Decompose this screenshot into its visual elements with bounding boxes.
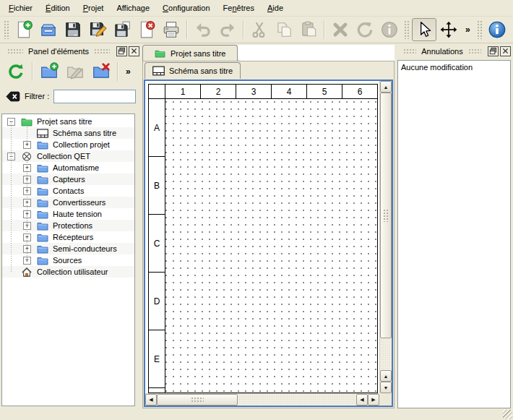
- tab-schema-label: Schéma sans titre: [169, 67, 233, 75]
- diagram-frame: 123456 ABCDE ▲ ▲ ▼ ◀ ◀ ▶: [144, 80, 393, 407]
- vertical-scroll-thumb[interactable]: [380, 93, 392, 338]
- scrollbar-corner: [379, 393, 392, 406]
- tree-item-label: Récepteurs: [53, 233, 93, 241]
- tree-guide-line: [11, 121, 12, 272]
- tree-rows: −Projet sans titreSchéma sans titre+Coll…: [2, 116, 134, 278]
- menu-affichage[interactable]: Affichage: [110, 1, 156, 14]
- float-panel-button[interactable]: [116, 46, 127, 56]
- toolbar-drag-handle[interactable]: [4, 20, 9, 39]
- save-button[interactable]: [61, 18, 85, 41]
- redo-icon: [218, 20, 237, 39]
- close-panel-button[interactable]: [500, 46, 511, 56]
- float-panel-button[interactable]: [488, 46, 499, 56]
- scroll-left-button[interactable]: ◀: [145, 394, 157, 406]
- delete-icon: [331, 20, 350, 39]
- toolbar-drag-handle[interactable]: [477, 20, 483, 39]
- tree-item-recepteurs[interactable]: +Récepteurs: [2, 231, 134, 243]
- horizontal-scrollbar[interactable]: ◀ ◀ ▶: [145, 393, 379, 406]
- tree-item-convertisseurs[interactable]: +Convertisseurs: [2, 197, 134, 208]
- sheet-row-label: B: [149, 157, 165, 215]
- scroll-right-button[interactable]: ▶: [368, 394, 379, 406]
- tree-item-protections[interactable]: +Protections: [2, 220, 134, 231]
- menu-fichier[interactable]: Fichier: [2, 1, 39, 14]
- save-all-button[interactable]: [110, 18, 134, 41]
- toolbar-overflow-button[interactable]: »: [121, 67, 135, 77]
- tree-item-haute-tension[interactable]: +Haute tension: [2, 208, 134, 220]
- diagram-canvas[interactable]: 123456 ABCDE: [145, 81, 379, 393]
- about-button[interactable]: [485, 18, 509, 41]
- close-file-icon: [137, 20, 156, 39]
- tree-item-collection-projet[interactable]: +Collection projet: [2, 139, 134, 150]
- scroll-down-button[interactable]: ▼: [380, 382, 392, 393]
- float-icon: [489, 47, 497, 55]
- reload-collections-button[interactable]: [3, 59, 29, 85]
- tree-item-schema-sans-titre[interactable]: Schéma sans titre: [2, 127, 134, 139]
- sheet-corner-cell: [149, 85, 165, 99]
- close-file-button[interactable]: [134, 18, 159, 41]
- tab-project-label: Projet sans titre: [171, 49, 225, 58]
- clear-filter-icon[interactable]: [6, 91, 20, 102]
- menu-fenetres[interactable]: Fenêtres: [217, 1, 261, 14]
- print-button[interactable]: [159, 18, 184, 41]
- scroll-up-button[interactable]: ▲: [380, 81, 392, 93]
- vertical-scrollbar[interactable]: ▲ ▲ ▼: [379, 81, 392, 393]
- tree-item-label: Contacts: [53, 187, 84, 195]
- toolbar-drag-handle[interactable]: [404, 20, 410, 39]
- tree-item-collection-qet[interactable]: −Collection QET: [2, 150, 134, 162]
- refresh-icon: [7, 62, 25, 81]
- tab-project[interactable]: Projet sans titre: [142, 45, 238, 61]
- pan-mode-button[interactable]: [436, 18, 461, 41]
- blue-folder-icon: [37, 187, 48, 196]
- tree-item-collection-utilisateur[interactable]: Collection utilisateur: [2, 266, 134, 278]
- tree-item-semi-conducteurs[interactable]: +Semi-conducteurs: [2, 243, 134, 254]
- save-as-button[interactable]: [85, 18, 110, 41]
- tree-item-label: Haute tension: [53, 210, 102, 218]
- open-file-button[interactable]: [36, 18, 61, 41]
- menu-projet[interactable]: Projet: [77, 1, 111, 14]
- tree-item-label: Automatisme: [53, 163, 99, 172]
- status-bar: [0, 408, 513, 420]
- select-mode-button[interactable]: [412, 18, 436, 41]
- sheet-column-header: 5: [307, 85, 342, 99]
- tree-item-label: Collection utilisateur: [37, 267, 108, 276]
- toolbar-overflow-button[interactable]: »: [509, 25, 513, 35]
- tree-item-sources[interactable]: +Sources: [2, 254, 134, 266]
- rotate-button: [353, 18, 377, 41]
- dock-drag-texture[interactable]: [7, 48, 23, 54]
- green-folder-icon: [155, 49, 165, 58]
- sheet-column-header: 4: [272, 85, 307, 99]
- tree-item-projet-sans-titre[interactable]: −Projet sans titre: [2, 116, 134, 127]
- new-category-button[interactable]: [36, 59, 62, 85]
- new-file-button[interactable]: [12, 18, 36, 41]
- move-icon: [439, 20, 458, 39]
- qelectrotech-window: FichierÉditionProjetAffichageConfigurati…: [0, 0, 513, 420]
- tab-schema[interactable]: Schéma sans titre: [145, 62, 241, 79]
- resize-grip[interactable]: [503, 410, 512, 419]
- cut-button: [247, 18, 272, 41]
- tree-item-label: Schéma sans titre: [53, 129, 116, 137]
- blue-folder-icon: [37, 163, 48, 173]
- dock-drag-texture[interactable]: [94, 48, 110, 54]
- undo-history-item[interactable]: Aucune modification: [398, 61, 510, 73]
- toolbar-overflow-button[interactable]: »: [461, 25, 475, 35]
- dock-drag-texture[interactable]: [403, 48, 416, 54]
- tree-item-label: Sources: [53, 256, 82, 265]
- sheet-row-label: E: [149, 330, 165, 388]
- close-panel-button[interactable]: [129, 46, 139, 56]
- menu-aide[interactable]: Aide: [261, 1, 290, 14]
- tree-item-contacts[interactable]: +Contacts: [2, 185, 134, 197]
- scroll-left-button-right[interactable]: ◀: [356, 394, 368, 406]
- dock-drag-texture[interactable]: [468, 48, 481, 54]
- copy-button: [272, 18, 296, 41]
- menu-edition[interactable]: Édition: [39, 1, 77, 14]
- tree-item-automatisme[interactable]: +Automatisme: [2, 162, 134, 173]
- tree-item-capteurs[interactable]: +Capteurs: [2, 173, 134, 185]
- toolbar-separator: [32, 62, 33, 81]
- folder-add-icon: [40, 62, 59, 81]
- filter-input[interactable]: [53, 90, 136, 103]
- sheet-row-label: C: [149, 215, 165, 273]
- delete-category-button[interactable]: [88, 59, 114, 85]
- menu-configuration[interactable]: Configuration: [156, 1, 216, 14]
- horizontal-scroll-thumb[interactable]: [157, 394, 238, 406]
- scroll-up-button-bottom[interactable]: ▲: [380, 370, 392, 382]
